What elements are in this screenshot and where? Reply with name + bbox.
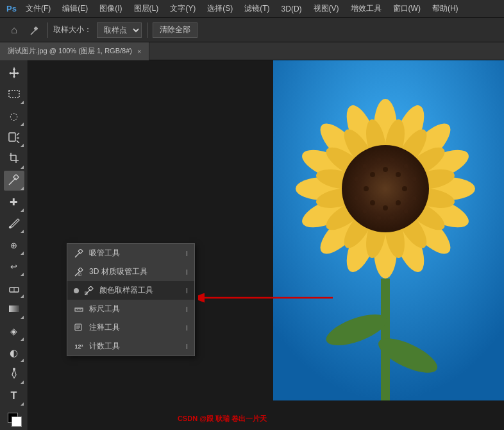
menu-edit[interactable]: 编辑(E) bbox=[57, 1, 93, 16]
ruler-shortcut: I bbox=[186, 305, 188, 313]
svg-rect-4 bbox=[9, 90, 19, 98]
app-logo: Ps bbox=[4, 4, 19, 13]
color-sampler-shortcut: I bbox=[186, 287, 188, 295]
menu-layer[interactable]: 图层(L) bbox=[129, 1, 164, 16]
home-button[interactable]: ⌂ bbox=[5, 21, 23, 39]
options-toolbar: ⌂ 取样大小： 取样点 清除全部 bbox=[0, 18, 504, 42]
lasso-tool-button[interactable]: ◌ bbox=[4, 106, 24, 126]
tool-corner-eraser bbox=[21, 295, 24, 298]
count-label: 计数工具 bbox=[89, 341, 120, 352]
count-shortcut: I bbox=[186, 343, 188, 350]
csdn-watermark: CSDN @跟 耿瑞 卷出一片天 bbox=[178, 414, 267, 424]
color-swatches[interactable] bbox=[4, 410, 24, 428]
note-icon bbox=[74, 323, 84, 333]
svg-point-73 bbox=[377, 216, 382, 220]
menu-view[interactable]: 视图(V) bbox=[308, 1, 344, 16]
svg-point-75 bbox=[355, 196, 359, 201]
3d-eyedropper-label: 3D 材质吸管工具 bbox=[89, 266, 147, 277]
svg-point-71 bbox=[404, 209, 408, 214]
svg-point-63 bbox=[383, 205, 388, 211]
count-icon: 12³ bbox=[74, 341, 84, 352]
dodge-tool-button[interactable]: ◐ bbox=[4, 343, 24, 363]
context-menu-item-3d-eyedropper[interactable]: 3D 3D 材质吸管工具 I bbox=[67, 262, 194, 281]
menu-plugins[interactable]: 增效工具 bbox=[346, 1, 387, 16]
sample-size-label: 取样大小： bbox=[53, 24, 92, 35]
eyedropper-shortcut: I bbox=[186, 250, 188, 257]
context-menu: 吸管工具 I 3D 3D 材质吸管工具 I bbox=[67, 243, 195, 356]
svg-point-78 bbox=[377, 158, 382, 162]
left-toolbar: ◌ bbox=[0, 60, 28, 430]
context-menu-item-note[interactable]: 注释工具 I bbox=[67, 318, 194, 337]
svg-text:3D: 3D bbox=[78, 273, 82, 277]
tool-corner-healing bbox=[21, 209, 24, 212]
quick-select-button[interactable] bbox=[4, 128, 24, 148]
tab-close-button[interactable]: × bbox=[137, 47, 141, 55]
svg-rect-1 bbox=[33, 26, 38, 31]
svg-rect-83 bbox=[78, 268, 83, 272]
svg-line-2 bbox=[31, 33, 33, 35]
tool-corner-brush bbox=[21, 230, 24, 233]
context-menu-item-count[interactable]: 12³ 计数工具 I bbox=[67, 337, 194, 356]
crop-tool-button[interactable] bbox=[4, 149, 24, 169]
color-sampler-icon bbox=[84, 286, 94, 296]
svg-point-64 bbox=[370, 200, 375, 205]
menu-window[interactable]: 窗口(W) bbox=[388, 1, 426, 16]
menu-file[interactable]: 文件(F) bbox=[21, 1, 56, 16]
svg-rect-19 bbox=[9, 305, 19, 312]
main-layout: ◌ bbox=[0, 60, 504, 430]
svg-point-61 bbox=[402, 186, 407, 191]
svg-line-81 bbox=[75, 256, 76, 257]
tab-title: 测试图片.jpg @ 100% (图层 1, RGB/8#) bbox=[8, 46, 132, 56]
context-menu-item-ruler[interactable]: 标尺工具 I bbox=[67, 300, 194, 318]
svg-point-58 bbox=[342, 145, 429, 232]
tool-corner-dodge bbox=[21, 359, 24, 362]
svg-point-66 bbox=[370, 172, 375, 177]
tool-corner-crop bbox=[21, 166, 24, 169]
clear-all-button[interactable]: 清除全部 bbox=[153, 22, 197, 38]
tool-corner-text bbox=[21, 402, 24, 406]
note-shortcut: I bbox=[186, 324, 188, 332]
eyedropper-tool-button[interactable] bbox=[4, 171, 24, 191]
clone-stamp-button[interactable]: ⊕ bbox=[4, 235, 24, 255]
svg-point-60 bbox=[396, 172, 401, 177]
healing-brush-button[interactable]: ✚ bbox=[4, 192, 24, 212]
background-color[interactable] bbox=[12, 417, 22, 427]
eyedropper-menu-label: 吸管工具 bbox=[89, 248, 120, 259]
pen-tool-button[interactable] bbox=[4, 364, 24, 384]
move-tool-button[interactable] bbox=[4, 63, 24, 83]
svg-point-72 bbox=[390, 216, 394, 220]
menu-text[interactable]: 文字(Y) bbox=[165, 1, 201, 16]
svg-point-65 bbox=[364, 186, 369, 191]
eraser-tool-button[interactable] bbox=[4, 278, 24, 298]
menu-select[interactable]: 选择(S) bbox=[202, 1, 238, 16]
menu-help[interactable]: 帮助(H) bbox=[427, 1, 464, 16]
brush-tool-button[interactable] bbox=[4, 214, 24, 234]
tool-corner-lasso bbox=[21, 123, 24, 126]
context-menu-item-color-sampler[interactable]: 颜色取样器工具 I bbox=[67, 281, 194, 300]
tool-corner-history bbox=[21, 273, 24, 276]
svg-line-8 bbox=[17, 141, 19, 143]
svg-rect-5 bbox=[9, 133, 15, 141]
toolbar-separator-2 bbox=[147, 22, 147, 38]
menu-image[interactable]: 图像(I) bbox=[94, 1, 127, 16]
context-menu-item-eyedropper[interactable]: 吸管工具 I bbox=[67, 244, 194, 262]
svg-point-59 bbox=[383, 167, 388, 172]
svg-point-20 bbox=[13, 368, 15, 370]
canvas-image bbox=[273, 60, 504, 400]
history-brush-button[interactable]: ↩ bbox=[4, 257, 24, 277]
menu-3d[interactable]: 3D(D) bbox=[276, 3, 307, 15]
svg-point-62 bbox=[396, 200, 401, 205]
tab-bar: 测试图片.jpg @ 100% (图层 1, RGB/8#) × bbox=[0, 42, 504, 60]
svg-point-69 bbox=[412, 177, 417, 182]
gradient-tool-button[interactable] bbox=[4, 300, 24, 320]
menu-filter[interactable]: 滤镜(T) bbox=[239, 1, 274, 16]
blur-tool-button[interactable]: ◈ bbox=[4, 321, 24, 341]
document-tab[interactable]: 测试图片.jpg @ 100% (图层 1, RGB/8#) × bbox=[0, 42, 149, 60]
svg-line-6 bbox=[17, 133, 19, 135]
sample-size-select[interactable]: 取样点 bbox=[97, 22, 142, 38]
text-tool-button[interactable]: T bbox=[4, 386, 24, 406]
marquee-tool-button[interactable] bbox=[4, 85, 24, 105]
svg-line-15 bbox=[9, 183, 11, 185]
eyedropper-menu-icon bbox=[74, 248, 84, 259]
3d-eyedropper-shortcut: I bbox=[186, 268, 188, 276]
